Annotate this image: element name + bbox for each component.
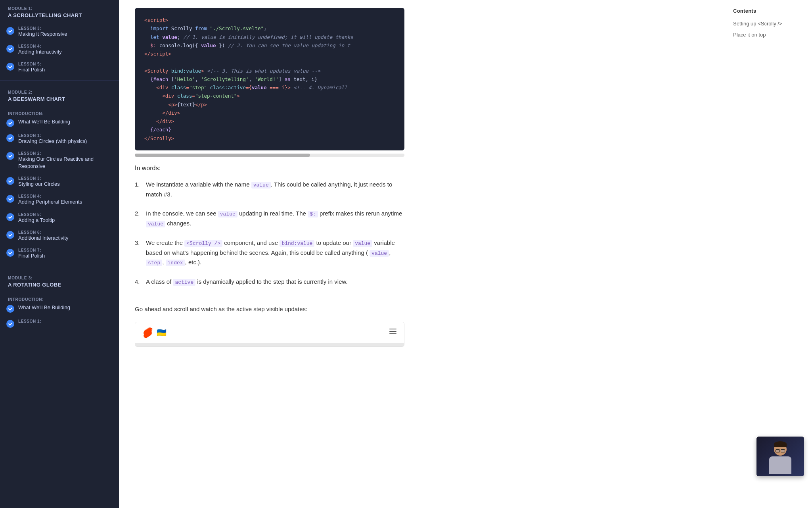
- lesson-item[interactable]: What We'll Be Building: [0, 117, 119, 130]
- check-icon: [6, 134, 14, 142]
- lesson-number: LESSON 2:: [18, 151, 111, 156]
- video-thumb-inner: [756, 437, 804, 476]
- list-num: 4.: [135, 277, 143, 287]
- hamburger-icon[interactable]: [388, 327, 398, 338]
- list-item: 2. In the console, we can see value upda…: [135, 209, 404, 229]
- list-item: 3. We create the <Scrolly /> component, …: [135, 238, 404, 267]
- list-item-content: We instantiate a variable with the name …: [146, 180, 404, 200]
- prose-section: In words: 1. We instantiate a variable w…: [135, 165, 404, 304]
- lesson-text: LESSON 7: Final Polish: [18, 248, 45, 260]
- lesson-text: LESSON 6: Additional Interactivity: [18, 230, 68, 242]
- numbered-list: 1. We instantiate a variable with the na…: [135, 180, 404, 287]
- lesson-item[interactable]: What We'll Be Building: [0, 303, 119, 316]
- check-icon: [6, 195, 14, 203]
- module1-label: MODULE 1:: [0, 0, 119, 12]
- lesson-item[interactable]: LESSON 6: Additional Interactivity: [0, 227, 119, 245]
- check-icon: [6, 119, 14, 127]
- lesson-name: Final Polish: [18, 66, 45, 73]
- main-content: <script> import Scrolly from "./Scrolly.…: [119, 0, 725, 508]
- lesson-number: LESSON 1:: [18, 133, 87, 138]
- check-icon: [6, 177, 14, 185]
- lesson-number: LESSON 4:: [18, 44, 62, 48]
- lesson-text: What We'll Be Building: [18, 118, 70, 125]
- toc-title: Contents: [733, 8, 804, 14]
- lesson-name: Drawing Circles (with physics): [18, 138, 87, 145]
- lesson-number: LESSON 3:: [18, 176, 60, 181]
- lesson-text: LESSON 3: Styling our Circles: [18, 176, 60, 188]
- check-icon: [6, 63, 14, 71]
- lesson-text: What We'll Be Building: [18, 304, 70, 311]
- video-thumbnail[interactable]: [756, 437, 804, 476]
- lesson-text: LESSON 2: Making Our Circles Reactive an…: [18, 151, 111, 170]
- inline-code-bind: bind:value: [280, 240, 314, 247]
- code-scrollbar-thumb[interactable]: [135, 154, 310, 157]
- lesson-name: Additional Interactivity: [18, 235, 68, 242]
- inline-code-value: value: [251, 182, 271, 189]
- lesson-number: LESSON 3:: [18, 26, 67, 31]
- module3-title: A ROTATING GLOBE: [0, 282, 119, 292]
- ukraine-flag-icon: 🇺🇦: [157, 328, 167, 337]
- inline-code-value2: value: [218, 211, 237, 217]
- module2-title: A BEESWARM CHART: [0, 96, 119, 107]
- lesson-item[interactable]: LESSON 1:: [0, 316, 119, 331]
- lesson-number: LESSON 5:: [18, 62, 45, 66]
- list-num: 3.: [135, 238, 143, 267]
- lesson-name: What We'll Be Building: [18, 118, 70, 125]
- lesson-item[interactable]: LESSON 4: Adding Interactivity: [0, 41, 119, 59]
- inline-code-scrolly: <Scrolly />: [184, 240, 222, 247]
- lesson-item[interactable]: LESSON 3: Styling our Circles: [0, 173, 119, 191]
- inline-code-active: active: [173, 279, 195, 286]
- lesson-item[interactable]: LESSON 1: Drawing Circles (with physics): [0, 130, 119, 148]
- check-icon: [6, 152, 14, 160]
- lesson-item[interactable]: LESSON 5: Adding a Tooltip: [0, 209, 119, 227]
- lesson-name: Adding a Tooltip: [18, 217, 55, 224]
- lesson-text: LESSON 5: Adding a Tooltip: [18, 212, 55, 224]
- check-icon: [6, 213, 14, 221]
- toc-item-place-on-top[interactable]: Place it on top: [733, 31, 804, 38]
- check-icon: [6, 249, 14, 257]
- module2-label: MODULE 2:: [0, 84, 119, 96]
- in-words-label: In words:: [135, 165, 404, 172]
- lesson-item[interactable]: LESSON 4: Adding Peripheral Elements: [0, 191, 119, 209]
- intro-label-m3: INTRODUCTION:: [0, 292, 119, 303]
- lesson-number: LESSON 6:: [18, 230, 68, 235]
- lesson-name: Making it Responsive: [18, 31, 67, 38]
- check-icon: [6, 231, 14, 239]
- demo-logo: 🇺🇦: [142, 326, 167, 339]
- lesson-item[interactable]: LESSON 2: Making Our Circles Reactive an…: [0, 148, 119, 173]
- list-item: 1. We instantiate a variable with the na…: [135, 180, 404, 200]
- inline-code-value4: value: [353, 240, 372, 247]
- lesson-item[interactable]: LESSON 5: Final Polish: [0, 59, 119, 77]
- svelte-logo-icon: [142, 326, 154, 339]
- demo-top-bar: 🇺🇦: [135, 322, 404, 343]
- toc-item-setting-up[interactable]: Setting up <Scrolly />: [733, 20, 804, 27]
- inline-code-value5: value: [370, 250, 389, 257]
- inline-code-value3: value: [146, 221, 165, 227]
- lesson-text: LESSON 4: Adding Peripheral Elements: [18, 194, 82, 206]
- code-scrollbar[interactable]: [135, 154, 404, 157]
- lesson-item[interactable]: LESSON 7: Final Polish: [0, 245, 119, 263]
- check-icon: [6, 305, 14, 313]
- list-item-content: A class of active is dynamically applied…: [146, 277, 404, 287]
- list-num: 2.: [135, 209, 143, 229]
- lesson-name: What We'll Be Building: [18, 304, 70, 311]
- lesson-text: LESSON 4: Adding Interactivity: [18, 44, 62, 56]
- lesson-name: Final Polish: [18, 252, 45, 260]
- lesson-number: LESSON 4:: [18, 194, 82, 198]
- check-icon: [6, 45, 14, 53]
- code-block: <script> import Scrolly from "./Scrolly.…: [135, 8, 404, 150]
- lesson-name: Adding Peripheral Elements: [18, 198, 82, 206]
- sidebar: MODULE 1: A SCROLLYTELLING CHART LESSON …: [0, 0, 119, 508]
- check-icon: [6, 320, 14, 328]
- inline-code-dollar: $:: [308, 211, 318, 217]
- lesson-name: Styling our Circles: [18, 181, 60, 188]
- check-icon: [6, 27, 14, 35]
- divider: [0, 266, 119, 266]
- lesson-item[interactable]: LESSON 3: Making it Responsive: [0, 23, 119, 41]
- toc-panel: Contents Setting up <Scrolly /> Place it…: [725, 0, 812, 508]
- module3-label: MODULE 3:: [0, 269, 119, 282]
- demo-widget: 🇺🇦: [135, 322, 404, 347]
- lesson-text: LESSON 1:: [18, 319, 41, 323]
- list-item-content: We create the <Scrolly /> component, and…: [146, 238, 404, 267]
- demo-bottom-bar: [135, 343, 404, 346]
